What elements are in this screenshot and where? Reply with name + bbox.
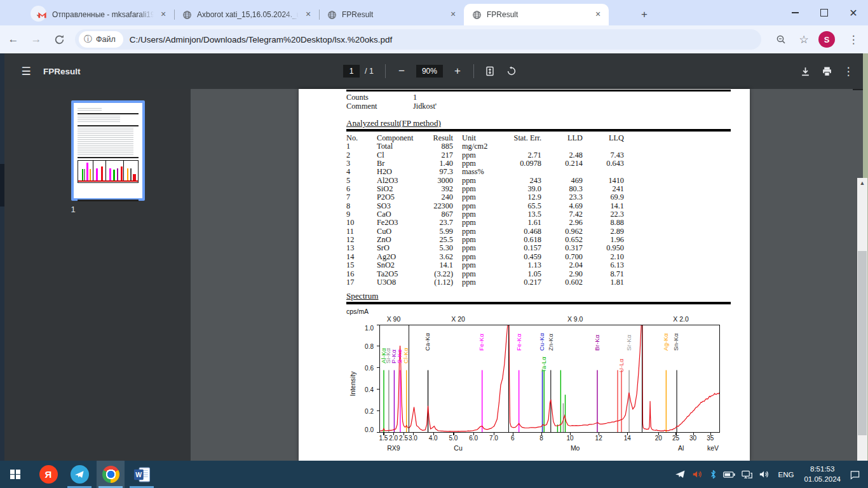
close-tab-icon[interactable]: × xyxy=(592,9,604,20)
table-cell: ppm xyxy=(453,253,503,261)
peak-label: Zn-Kα xyxy=(547,334,554,351)
close-tab-icon[interactable]: × xyxy=(447,9,459,20)
pdf-scrollbar[interactable]: ▲ ▼ xyxy=(857,178,867,488)
y-tick-label: 0.2 xyxy=(365,408,374,415)
scroll-up-icon[interactable]: ▲ xyxy=(857,178,867,188)
table-cell: 6.13 xyxy=(583,261,624,269)
peak-label: Fe-Kα xyxy=(515,334,522,351)
volume-icon[interactable] xyxy=(759,470,770,479)
table-cell: 13 xyxy=(346,244,377,252)
x-tick-label: 3.0 xyxy=(409,435,417,442)
browser-tab[interactable]: Axborot xati_15,16.05.2024._uzb× xyxy=(174,4,319,25)
table-cell: 0.317 xyxy=(541,244,583,252)
bookmark-star-icon[interactable]: ☆ xyxy=(794,30,813,49)
fit-page-icon[interactable] xyxy=(479,60,501,82)
print-icon[interactable] xyxy=(816,60,837,82)
zoom-out-icon[interactable]: − xyxy=(391,60,412,82)
table-cell: 2.04 xyxy=(541,261,583,269)
taskbar-word[interactable]: W xyxy=(128,461,156,488)
table-cell: ppm xyxy=(453,202,503,210)
zoom-in-icon[interactable]: + xyxy=(447,60,468,82)
scrollbar-thumb[interactable] xyxy=(858,251,867,435)
minimize-button[interactable] xyxy=(780,0,810,25)
table-cell: ppm xyxy=(453,278,503,287)
x-tick-label: 25 xyxy=(672,435,679,442)
rotate-icon[interactable] xyxy=(501,60,522,82)
browser-titlebar: ⌄ Отправленные - mksafarali199×Axborot x… xyxy=(0,0,868,25)
close-tab-icon[interactable]: × xyxy=(302,9,314,20)
url-text[interactable]: C:/Users/Adminjon/Downloads/Telegram%20D… xyxy=(130,35,392,44)
network-icon[interactable] xyxy=(742,470,752,480)
peak-label: U-Lα xyxy=(618,358,625,372)
profile-avatar[interactable]: S xyxy=(818,31,835,48)
table-row: 10Fe2O323.7ppm1.612.968.88 xyxy=(346,219,624,227)
table-row: 2Cl217ppm2.712.487.43 xyxy=(346,151,624,159)
back-icon[interactable]: ← xyxy=(4,30,23,49)
download-icon[interactable] xyxy=(794,60,816,82)
browser-tab[interactable]: FPResult× xyxy=(319,4,464,25)
table-cell: 0.157 xyxy=(503,244,541,252)
omnibox[interactable]: ⓘ Файл C:/Users/Adminjon/Downloads/Teleg… xyxy=(75,29,761,50)
table-header-row: No.ComponentResultUnitStat. Err.LLDLLQ xyxy=(346,134,624,142)
taskbar-chrome[interactable] xyxy=(97,461,125,488)
start-button[interactable] xyxy=(1,461,29,488)
zoom-level[interactable]: 90% xyxy=(416,65,443,78)
telegram-tray-icon[interactable] xyxy=(675,470,686,479)
zoom-indicator-icon[interactable] xyxy=(771,30,790,49)
table-cell: 23.7 xyxy=(430,219,453,227)
section-rule xyxy=(346,90,731,92)
pdf-more-icon[interactable]: ⋮ xyxy=(837,60,859,82)
table-row: 12ZnO25.5ppm0.6180.6521.96 xyxy=(346,236,624,244)
page-thumbnail[interactable] xyxy=(71,100,145,201)
page-number-input[interactable]: 1 xyxy=(343,65,360,78)
table-cell: 0.652 xyxy=(541,236,583,244)
browser-tab[interactable]: Отправленные - mksafarali199× xyxy=(29,4,174,25)
table-row: 11CuO5.99ppm0.4680.9622.89 xyxy=(346,227,624,236)
tab-strip: Отправленные - mksafarali199×Axborot xat… xyxy=(29,4,609,25)
table-header-cell: LLQ xyxy=(583,134,624,142)
table-cell: SO3 xyxy=(377,202,430,210)
y-tick-label: 1.0 xyxy=(365,325,374,332)
file-scheme-chip[interactable]: ⓘ Файл xyxy=(79,31,123,48)
browser-tab[interactable]: FPResult× xyxy=(464,4,609,25)
action-center-icon[interactable] xyxy=(850,470,860,480)
maximize-button[interactable] xyxy=(810,0,839,25)
language-indicator[interactable]: ENG xyxy=(778,471,794,478)
x-tick-label: 6 xyxy=(511,435,515,442)
x-target-label: RX9 xyxy=(379,443,408,453)
x-tick-label: 12 xyxy=(595,435,602,442)
new-tab-button[interactable]: + xyxy=(637,7,652,22)
table-cell: 243 xyxy=(503,177,541,185)
table-cell: 0.700 xyxy=(541,253,583,261)
table-cell: 1.81 xyxy=(583,278,624,287)
table-cell: 11 xyxy=(346,227,377,236)
taskbar-yandex[interactable]: Я xyxy=(34,461,62,488)
browser-menu-icon[interactable]: ⋮ xyxy=(844,30,863,49)
navbar-right-icons: ☆ S ⋮ xyxy=(768,30,863,49)
reload-icon[interactable] xyxy=(50,30,69,49)
table-cell: 9 xyxy=(346,210,377,219)
pdf-menu-icon[interactable]: ☰ xyxy=(15,60,37,82)
table-cell xyxy=(503,142,541,151)
spectrum-panel-1: Al-KαSi-KαP-KαS-KαCl-Kα xyxy=(380,325,409,432)
table-cell: 8.88 xyxy=(583,219,624,227)
table-cell: (3.22) xyxy=(430,270,453,278)
battery-icon[interactable] xyxy=(723,471,735,478)
peak-label: Cu-Kα xyxy=(538,333,545,351)
table-cell: 1.40 xyxy=(430,159,453,168)
table-cell: 2 xyxy=(346,151,377,159)
table-cell: (1.12) xyxy=(430,278,453,287)
bluetooth-icon[interactable] xyxy=(710,469,717,480)
close-window-button[interactable]: ✕ xyxy=(839,0,868,25)
taskbar-telegram[interactable] xyxy=(65,461,93,488)
forward-icon[interactable]: → xyxy=(27,30,46,49)
audio-device-icon[interactable] xyxy=(692,470,703,479)
system-tray: ENG 8:51:53 01.05.2024 xyxy=(672,461,868,488)
clock[interactable]: 8:51:53 01.05.2024 xyxy=(804,464,841,484)
x-tick-panel: 20253035 xyxy=(642,433,720,443)
table-row: 8SO322300ppm65.54.6914.1 xyxy=(346,202,624,210)
y-tick-mark xyxy=(377,367,379,368)
table-row: 7P2O5240ppm12.923.369.9 xyxy=(346,193,624,201)
table-cell: Ag2O xyxy=(377,253,430,261)
close-tab-icon[interactable]: × xyxy=(158,9,169,20)
